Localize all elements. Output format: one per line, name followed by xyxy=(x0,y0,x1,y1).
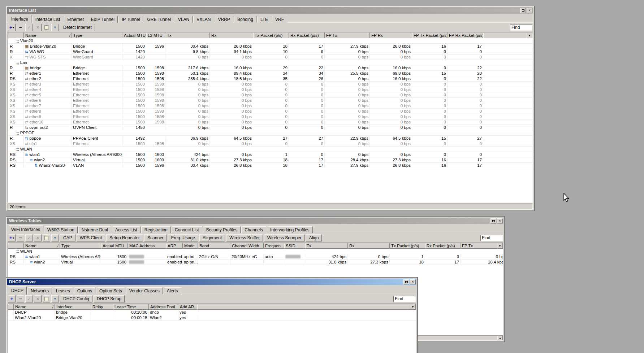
table-row-ether4[interactable]: XS⇄ether4Ethernet150015980 bps0 bps000 b… xyxy=(8,87,532,92)
column-header-flag[interactable] xyxy=(8,243,24,249)
column-header-mode[interactable]: Mode xyxy=(183,243,198,249)
filter-button[interactable]: ▼ xyxy=(51,24,59,31)
column-header-name[interactable]: Name/ xyxy=(24,32,72,38)
tab-options[interactable]: Options xyxy=(74,287,95,294)
tab-w60g-station[interactable]: W60G Station xyxy=(44,226,78,233)
column-header-channel_width[interactable]: Channel Width xyxy=(230,243,264,249)
find-box[interactable] xyxy=(393,296,416,302)
maximize-button[interactable] xyxy=(403,279,409,284)
table-row-wlan2[interactable]: RS≋wlan2Virtual1500160031.0 kbps27.3 kbp… xyxy=(8,157,532,163)
table-row-wg-sts[interactable]: X⇆WG STSWireGuard14200 bps0 bps000 bps0 … xyxy=(8,55,532,60)
column-select-button[interactable]: ▼ xyxy=(527,32,532,38)
tab-vendor-classes[interactable]: Vendor Classes xyxy=(126,287,163,294)
find-box[interactable] xyxy=(510,25,532,31)
dhcp-setup-button[interactable]: DHCP Setup xyxy=(94,295,125,302)
tab-security-profiles[interactable]: Security Profiles xyxy=(203,226,241,233)
column-header-arp[interactable]: ARP xyxy=(166,243,183,249)
disable-button[interactable]: × xyxy=(34,295,42,302)
comment-button[interactable] xyxy=(43,234,50,241)
table-row-wlan2-vlan20[interactable]: Wlan2-Vlan20Bridge-Vlan2000:00:15Wlan2ye… xyxy=(8,315,416,321)
column-header-flag[interactable] xyxy=(8,32,24,38)
table-row-ether6[interactable]: XS⇄ether6Ethernet150015980 bps0 bps000 b… xyxy=(8,98,532,103)
filter-button[interactable]: ▼ xyxy=(51,295,59,302)
setup-repeater-button[interactable]: Setup Repeater xyxy=(106,234,143,241)
interface-list-titlebar[interactable]: Interface List × xyxy=(7,7,533,14)
tab-interface-list[interactable]: Interface List xyxy=(32,16,64,23)
table-row-ether10[interactable]: XS⇄ether10Ethernet150015980 bps0 bps000 … xyxy=(8,119,532,125)
tab-registration[interactable]: Registration xyxy=(141,226,171,233)
wireless-sniffer-button[interactable]: Wireless Sniffer xyxy=(226,234,263,241)
remove-button[interactable]: − xyxy=(17,234,24,241)
wps-client-button[interactable]: WPS Client xyxy=(77,234,105,241)
column-header-fp_tx_packet[interactable]: FP Tx Packet (p/s) xyxy=(412,32,448,38)
freq-usage-button[interactable]: Freq. Usage xyxy=(168,234,198,241)
column-header-address_pool[interactable]: Address Pool xyxy=(149,304,178,310)
column-header-actual_mtu[interactable]: Actual MTU xyxy=(122,32,146,38)
tab-vlan[interactable]: VLAN xyxy=(175,16,193,23)
scroll-arrow-button[interactable]: ▲ xyxy=(497,336,503,340)
column-select-button[interactable]: ▼ xyxy=(410,304,416,310)
tab-option-sets[interactable]: Option Sets xyxy=(96,287,125,294)
dhcp-titlebar[interactable]: DHCP Server × xyxy=(7,279,416,285)
column-header-tx[interactable]: Tx xyxy=(165,32,210,38)
table-row-ether2[interactable]: RS⇄ether2Ethernet15001598235.4 kbps18.5 … xyxy=(8,76,532,82)
tab-interworking-profiles[interactable]: Interworking Profiles xyxy=(267,226,313,233)
table-row-ether9[interactable]: XS⇄ether9Ethernet150015980 bps0 bps000 b… xyxy=(8,114,532,119)
column-header-type[interactable]: Type xyxy=(72,32,122,38)
tab-networks[interactable]: Networks xyxy=(27,287,52,294)
table-row-pppoe[interactable]: R⇆pppoePPPoE Client149236.9 kbps64.5 kbp… xyxy=(8,136,532,141)
comment-button[interactable] xyxy=(43,295,50,302)
enable-button[interactable]: ✓ xyxy=(25,24,33,31)
tab-vxlan[interactable]: VXLAN xyxy=(193,16,214,23)
comment-button[interactable] xyxy=(43,24,50,31)
column-header-lease_time[interactable]: Lease Time xyxy=(113,304,149,310)
scanner-button[interactable]: Scanner xyxy=(144,234,167,241)
tab-lte[interactable]: LTE xyxy=(257,16,271,23)
maximize-button[interactable] xyxy=(520,8,526,13)
comment-row[interactable]: ;;; Vlan20 xyxy=(8,38,532,44)
column-header-rx[interactable]: Rx xyxy=(348,243,390,249)
align-button[interactable]: Align xyxy=(306,234,322,241)
table-row-wlan1[interactable]: RS≋wlan1Wireless (Atheros AR9...1500enab… xyxy=(8,254,503,260)
column-header-fp_rx_packet[interactable]: FP Rx Packet (p/s) xyxy=(448,32,483,38)
tab-nstreme-dual[interactable]: Nstreme Dual xyxy=(78,226,111,233)
remove-button[interactable]: − xyxy=(17,295,24,302)
table-row-wlan1[interactable]: RS≋wlan1Wireless (Atheros AR9300)1500160… xyxy=(8,152,532,157)
table-row-ovpn-out2[interactable]: R⇆ovpn-out2OVPN Client14500 bps0 bps000 … xyxy=(8,125,532,130)
tab-connect-list[interactable]: Connect List xyxy=(172,226,202,233)
add-button[interactable]: + xyxy=(8,295,16,302)
enable-button[interactable]: ✓ xyxy=(25,234,33,241)
add-button[interactable]: +▾ xyxy=(8,234,16,241)
tab-gre-tunnel[interactable]: GRE Tunnel xyxy=(144,16,174,23)
table-row-ether1[interactable]: R⇄ether1Ethernet1500159850.1 kbps89.4 kb… xyxy=(8,71,532,76)
column-header-frequency[interactable]: Frequen... xyxy=(264,243,284,249)
table-row-bridge[interactable]: R▦bridgeBridge15001598217.6 kbps16.0 kbp… xyxy=(8,65,532,71)
column-header-add_arp[interactable]: Add AR... xyxy=(178,304,197,310)
table-row-ether7[interactable]: XS⇄ether7Ethernet150015980 bps0 bps000 b… xyxy=(8,103,532,109)
column-header-mac[interactable]: MAC Address xyxy=(128,243,166,249)
column-header-tx_packet[interactable]: Tx Packet (p/s) xyxy=(253,32,289,38)
maximize-button[interactable] xyxy=(490,218,496,223)
tab-leases[interactable]: Leases xyxy=(53,287,73,294)
close-button[interactable]: × xyxy=(527,8,532,13)
comment-row[interactable]: ;;; PPPOE xyxy=(8,130,532,136)
wireless-snooper-button[interactable]: Wireless Snooper xyxy=(264,234,305,241)
column-header-name[interactable]: Name/ xyxy=(24,243,60,249)
comment-row[interactable]: ;;; WLAN xyxy=(8,249,503,254)
find-box[interactable] xyxy=(480,235,503,241)
tab-vrrp[interactable]: VRRP xyxy=(215,16,233,23)
table-row-via-wg[interactable]: R⇆VIA WGWireGuard14209.8 kbps34.1 kbps10… xyxy=(8,49,532,55)
tab-eoip-tunnel[interactable]: EoIP Tunnel xyxy=(88,16,118,23)
table-row-bridge-vlan20[interactable]: R▦Bridge-Vlan20Bridge1500159630.4 kbps26… xyxy=(8,44,532,49)
tab-alerts[interactable]: Alerts xyxy=(164,287,181,294)
close-button[interactable]: × xyxy=(410,279,416,284)
column-header-actual_mtu[interactable]: Actual MTU xyxy=(101,243,128,249)
table-row-ether8[interactable]: XS⇄ether8Ethernet150015980 bps0 bps000 b… xyxy=(8,109,532,114)
disable-button[interactable]: × xyxy=(34,234,42,241)
table-row-ether5[interactable]: XS⇄ether5Ethernet150015980 bps0 bps000 b… xyxy=(8,92,532,98)
remove-button[interactable]: − xyxy=(17,24,24,31)
column-header-name[interactable]: Name/ xyxy=(14,304,55,310)
column-header-tx_packet[interactable]: Tx Packet (p/s) xyxy=(390,243,425,249)
table-row-wlan2[interactable]: RS≋wlan2Virtual1500enabledap bri...31.0 … xyxy=(8,260,503,265)
alignment-button[interactable]: Alignment xyxy=(199,234,225,241)
